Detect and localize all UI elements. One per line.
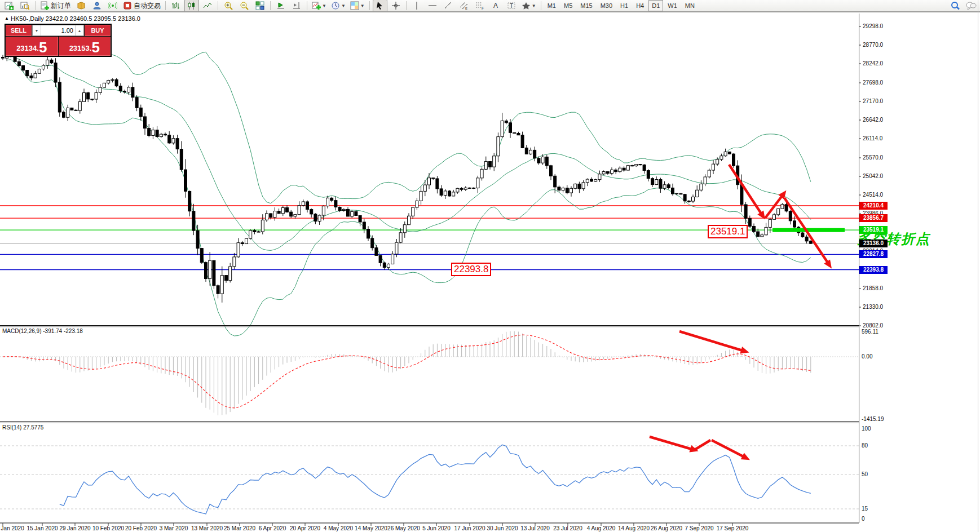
price-axis-tick: 29298.0 (862, 23, 883, 29)
timeframe-mn-button[interactable]: MN (682, 0, 698, 11)
dropdown-caret-icon[interactable]: ▼ (532, 3, 536, 8)
time-axis-label: 15 Jan 2020 (27, 525, 58, 531)
candlestick-chart-icon[interactable] (184, 0, 199, 12)
price-axis-tick: 21858.0 (862, 285, 883, 291)
toolbar-separator (35, 1, 36, 10)
price-axis-tick: 20802.0 (862, 322, 883, 329)
price-axis-badge: 22827.8 (859, 250, 888, 258)
market-watch-icon[interactable] (74, 0, 89, 12)
time-axis-label: 4 Aug 2020 (587, 525, 616, 531)
dropdown-caret-icon[interactable]: ▼ (322, 3, 326, 8)
timeframe-d1-button[interactable]: D1 (648, 0, 663, 11)
cursor-icon[interactable] (373, 0, 387, 12)
chart-shift-icon[interactable] (289, 0, 304, 12)
text-icon[interactable]: A (488, 0, 503, 12)
rsi-axis-label: 80 (862, 442, 868, 449)
new-chart-icon[interactable] (2, 0, 16, 12)
buy-button[interactable]: BUY (85, 25, 111, 36)
time-axis-label: 7 Sep 2020 (685, 525, 713, 531)
indicators-icon[interactable]: ▼ (310, 0, 328, 12)
mt4-window: 新订单自动交易▼▼▼EFAT▼M1M5M15M30H1H4D1W1MN ▲ HK… (0, 0, 980, 532)
time-axis-label: 3 Mar 2020 (160, 525, 188, 531)
sell-button[interactable]: SELL (6, 25, 32, 36)
arrows-tool-icon[interactable]: ▼ (520, 0, 538, 12)
time-axis-label: 5 Jun 2020 (422, 525, 451, 531)
rsi-axis-label: 50 (862, 471, 868, 477)
main-toolbar: 新订单自动交易▼▼▼EFAT▼M1M5M15M30H1H4D1W1MN (0, 0, 980, 12)
macd-axis-label: 596.11 (862, 329, 879, 335)
buy-price[interactable]: 23153.5 (59, 37, 111, 56)
time-axis-label: 20 Apr 2020 (290, 525, 320, 531)
auto-scroll-icon[interactable] (273, 0, 288, 12)
chart-title: ▲ HK50-,Daily 23422.0 23460.5 23095.5 23… (5, 15, 140, 22)
toolbar-separator (406, 1, 407, 10)
zoom-out-icon[interactable] (237, 0, 251, 12)
toolbar-separator (369, 1, 370, 10)
blue-level-price-label[interactable]: 22393.8 (451, 263, 491, 276)
timeframe-w1-button[interactable]: W1 (664, 0, 681, 11)
time-axis-label: 6 Apr 2020 (259, 525, 286, 531)
time-axis-label: 4 May 2020 (324, 525, 353, 531)
autotrading-button[interactable]: 自动交易 (121, 0, 162, 12)
horizontal-line-icon[interactable] (425, 0, 440, 12)
sell-price[interactable]: 23134.5 (6, 37, 58, 56)
price-axis-tick: 27170.0 (862, 98, 883, 104)
dropdown-caret-icon[interactable]: ▼ (341, 3, 346, 8)
price-axis-tick: 28242.0 (862, 60, 883, 66)
timeframe-h4-button[interactable]: H4 (633, 0, 647, 11)
rsi-axis-label: 0 (862, 516, 865, 522)
toolbar-separator (541, 1, 541, 10)
toolbar-separator (218, 1, 218, 10)
volume-decrease-button[interactable]: ▼ (33, 25, 41, 36)
signals-icon[interactable] (105, 0, 120, 12)
crosshair-icon[interactable] (389, 0, 403, 12)
time-axis-label: 13 Mar 2020 (191, 525, 223, 531)
search-icon[interactable] (948, 0, 963, 12)
trendline-icon[interactable] (441, 0, 456, 12)
time-axis-label: 20 Feb 2020 (125, 525, 157, 531)
green-level-price-label[interactable]: 23519.1 (708, 225, 748, 238)
line-chart-icon[interactable] (200, 0, 215, 12)
timeframe-h1-button[interactable]: H1 (617, 0, 632, 11)
price-axis-badge: 23519.1 (859, 226, 888, 234)
vertical-line-icon[interactable] (409, 0, 424, 12)
price-axis-tick: 26114.0 (862, 135, 882, 141)
toolbar-separator (165, 1, 166, 10)
timeframe-m30-button[interactable]: M30 (597, 0, 616, 11)
dropdown-caret-icon[interactable]: ▼ (360, 3, 365, 8)
new-order-button[interactable]: 新订单 (38, 0, 73, 12)
svg-text:F: F (482, 6, 484, 10)
community-icon[interactable] (90, 0, 104, 12)
chart-area[interactable]: ▲ HK50-,Daily 23422.0 23460.5 23095.5 23… (0, 14, 980, 532)
volume-input[interactable] (41, 25, 75, 36)
equidistant-channel-icon[interactable]: E (457, 0, 471, 12)
time-axis-label: 14 May 2020 (355, 525, 387, 531)
macd-indicator-label: MACD(12,26,9) -391.74 -223.18 (2, 328, 83, 334)
price-axis-tick: 25042.0 (862, 173, 883, 179)
bars-chart-icon[interactable] (169, 0, 183, 12)
price-axis-tick: 24514.0 (862, 192, 883, 198)
time-axis-label: 29 Jan 2020 (59, 525, 90, 531)
time-axis-label: 23 Jul 2020 (553, 525, 582, 531)
timeframe-m5-button[interactable]: M5 (560, 0, 576, 11)
periods-icon[interactable]: ▼ (329, 0, 347, 12)
time-axis-label: 3 Jan 2020 (0, 525, 24, 531)
collapse-marker-icon[interactable]: ▲ (5, 16, 9, 21)
fibonacci-icon[interactable]: F (473, 0, 487, 12)
timeframe-m15-button[interactable]: M15 (577, 0, 595, 11)
templates-icon[interactable]: ▼ (348, 0, 367, 12)
rsi-axis-label: 100 (862, 425, 871, 432)
tile-windows-icon[interactable] (253, 0, 267, 12)
volume-increase-button[interactable]: ▲ (75, 25, 83, 36)
zoom-in-icon[interactable] (221, 0, 236, 12)
timeframe-m1-button[interactable]: M1 (544, 0, 559, 11)
svg-text:T: T (510, 3, 513, 9)
chat-icon[interactable] (964, 0, 978, 12)
profiles-icon[interactable] (17, 0, 32, 12)
toolbar-separator (270, 1, 271, 10)
price-axis-badge: 23136.0 (859, 240, 888, 247)
toolbar-separator (307, 1, 307, 10)
text-label-icon[interactable]: T (504, 0, 519, 12)
price-axis-badge: 23856.7 (859, 214, 888, 222)
time-axis-label: 13 Jul 2020 (520, 525, 550, 531)
